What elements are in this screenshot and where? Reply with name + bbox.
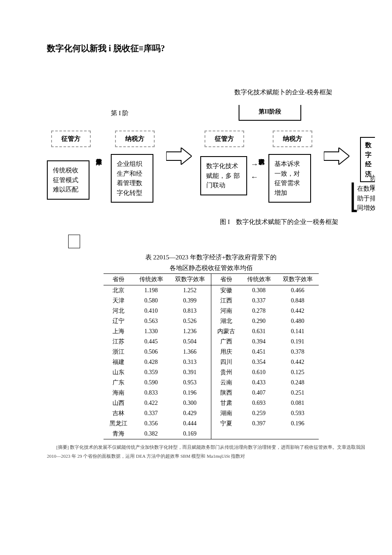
table-cell: 云南 [211,378,241,388]
table-cell: 0.693 [241,398,277,408]
table-cell: 0.466 [277,285,319,296]
table-cell: 0.399 [169,296,211,306]
table-row: 黑龙江0.3560.444宁夏0.3970.196 [104,418,319,429]
table-row: 吉林0.3370.429湖南0.2590.593 [104,408,319,418]
table-cell: 北京 [104,285,133,296]
table-row: 山东0.3590.391贵州0.6100.125 [104,367,319,378]
th-dual-eff2: 双数字效率 [277,274,319,285]
table-cell: 用庆 [211,347,241,357]
table-cell: 1.366 [169,347,211,357]
stage1-label: 第 I 阶 [111,109,129,117]
table-cell: 0.848 [277,296,319,306]
table-cell: 四川 [211,357,241,367]
table-cell: 河南 [211,306,241,316]
table-cell: 0.631 [241,326,277,337]
table-cell: 宁夏 [211,418,241,429]
framework-diagram: 第 I 阶 第II阶段 征管方 纳税方 传统税收 征管模式 难以匹配 序贯依赖 … [47,105,375,216]
table-cell: 湖北 [211,316,241,326]
table-cell: 0.422 [133,398,169,408]
table-cell: 0.196 [277,418,319,429]
table-cell [277,429,319,439]
table-cell: 湖南 [211,408,241,418]
table-cell: 浙江 [104,347,133,357]
side-ecology-text: 在数字生态下, 助于排除冗余, 同增效 [357,184,375,213]
table-cell: 0.125 [277,367,319,378]
table-row: 北京1.1981.252安徽0.3080.466 [104,285,319,296]
table-cell: 0.141 [277,326,319,337]
table-cell: 0.480 [277,316,319,326]
table-cell: 广东 [104,378,133,388]
table-cell: 安徽 [211,285,241,296]
table-cell: 0.506 [133,347,169,357]
table-cell: 上海 [104,326,133,337]
table-cell: 0.442 [277,306,319,316]
table-cell: 0.259 [241,408,277,418]
table-cell: 0.833 [133,388,169,398]
table-cell: 0.290 [241,316,277,326]
table-cell [211,429,241,439]
abstract-label: [摘要] [56,445,69,450]
table-cell: 0.445 [133,337,169,347]
table-row: 江苏0.4450.504广西0.3940.191 [104,337,319,347]
table-cell: 0.610 [241,367,277,378]
abstract: [摘要] 数字化技术的发展不仅赋能传统产业加快数字化转型，而且赋能政务部门从传统… [47,443,375,461]
arrow-left-small-icon: ← [251,173,258,181]
table-cell: 0.169 [169,429,211,439]
table-cell: 0.813 [169,306,211,316]
table-cell: 0.429 [169,408,211,418]
table-cell: 黑龙江 [104,418,133,429]
box-nsf2: 纳税方 [273,131,312,147]
table-cell: 0.407 [241,388,277,398]
table-cell: 0.191 [277,337,319,347]
table-cell: 河北 [104,306,133,316]
table-row: 浙江0.5061.366用庆0.4510.378 [104,347,319,357]
table-cell: 0.196 [169,388,211,398]
table-row: 山西0.4220.300甘肃0.6930.081 [104,398,319,408]
box-traditional: 传统税收 征管模式 难以匹配 [47,160,89,200]
table-cell: 1.330 [133,326,169,337]
table-cell: 天津 [104,296,133,306]
table-cell: 0.442 [277,357,319,367]
efficiency-table: 省份 传统效率 双数字效率 省份 传统效率 双数字效率 北京1.1981.252… [104,273,319,439]
table-cell: 0.300 [169,398,211,408]
table-cell: 广西 [211,337,241,347]
table-cell: 贵州 [211,367,241,378]
table-title-l1: 表 22015—2023 年数字经济+数字政府背景下的 [47,253,375,262]
arrow-right-1-icon [166,148,192,165]
table-row: 广东0.5900.953云南0.4330.248 [104,378,319,388]
th-dual-eff: 双数字效率 [169,274,211,285]
table-cell: 吉林 [104,408,133,418]
table-cell: 0.428 [133,357,169,367]
table-cell: 0.410 [133,306,169,316]
small-square-icon [68,235,80,248]
table-cell: 0.081 [277,398,319,408]
table-cell: 0.391 [169,367,211,378]
table-cell: 海南 [104,388,133,398]
table-cell: 0.337 [241,296,277,306]
table-cell: 0.590 [133,378,169,388]
diagram-title: 数字化技术赋能卜的企业-税务框架 [192,88,375,96]
table-cell: 0.382 [133,429,169,439]
table-row: 辽宁0.5630.526湖北0.2900.480 [104,316,319,326]
table-cell: 0.563 [133,316,169,326]
table-row: 天津0.5800.399江西0.3370.848 [104,296,319,306]
figure-caption: 图 I 数字化技术赋能下的企业一税务框架 [183,218,375,226]
table-cell: 0.451 [241,347,277,357]
th-province2: 省份 [211,274,241,285]
table-cell: 0.433 [241,378,277,388]
table-row: 河北0.4100.813河南0.2780.442 [104,306,319,316]
table-cell: 山西 [104,398,133,408]
table-cell: 1.198 [133,285,169,296]
table-cell: 陕西 [211,388,241,398]
box-zgf2: 征管方 [205,131,244,147]
table-cell: 福建 [104,357,133,367]
paper-title: 数字化何以新我 i 脱收征≡庠吗? [47,43,375,54]
table-cell: 江苏 [104,337,133,347]
table-cell: 甘肃 [211,398,241,408]
table-row: 福建0.4280.313四川0.3540.442 [104,357,319,367]
table-title-l2: 各地区静态税收征管效率均佰 [47,263,375,273]
table-row: 上海1.3301.236内蒙古0.6310.141 [104,326,319,337]
table-cell: 0.278 [241,306,277,316]
box-digital-tech: 数字化技术 赋能，多 部门联动 [200,156,247,195]
table-header-row: 省份 传统效率 双数字效率 省份 传统效率 双数字效率 [104,274,319,285]
